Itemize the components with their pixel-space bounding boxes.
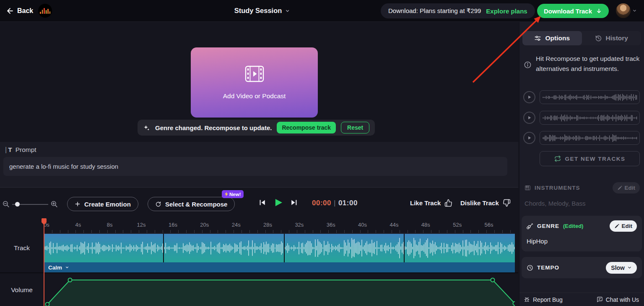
info-icon xyxy=(524,55,532,74)
tab-history-label: History xyxy=(606,34,628,42)
play-button-icon[interactable] xyxy=(273,198,283,207)
tab-history[interactable]: History xyxy=(582,31,641,45)
ruler-tick-label: 48s xyxy=(421,222,430,228)
recompose-info-text: Hit Recompose to get updated track alter… xyxy=(536,54,642,74)
track-waveform-segment[interactable] xyxy=(44,234,163,262)
instruments-icon xyxy=(525,185,531,191)
recompose-refresh-icon xyxy=(155,201,161,207)
reset-button[interactable]: Reset xyxy=(341,122,369,133)
app-logo-icon[interactable] xyxy=(38,4,52,18)
alt-track-play-button[interactable] xyxy=(523,91,535,103)
new-feature-badge: New! xyxy=(222,190,244,198)
tempo-select[interactable]: Slow xyxy=(606,262,637,274)
zoom-slider[interactable] xyxy=(12,204,48,205)
instruments-section: INSTRUMENTS Edit Chords, Melody, Bass xyxy=(525,182,640,207)
alt-track-play-button[interactable] xyxy=(523,132,535,144)
main-canvas: Add Video or Podcast Genre changed. Reco… xyxy=(0,22,518,306)
chat-with-us-label: Chat with Us xyxy=(606,296,639,303)
explore-plans-link[interactable]: Explore plans xyxy=(486,8,527,15)
alt-track-waveform[interactable] xyxy=(540,90,640,104)
step-back-icon[interactable] xyxy=(258,199,266,207)
volume-envelope-row xyxy=(44,273,515,306)
zoom-in-icon[interactable] xyxy=(50,200,58,208)
alt-track-play-button[interactable] xyxy=(523,112,535,124)
ruler-tick-label: 8s xyxy=(107,222,113,228)
user-avatar[interactable] xyxy=(616,3,631,18)
chevron-down-icon xyxy=(65,265,69,269)
prompt-label: |T Prompt xyxy=(5,146,36,154)
zoom-control xyxy=(2,200,58,208)
playback-toolbar: Create Emotion Select & Recompose New! xyxy=(0,193,518,215)
download-track-button[interactable]: Download Track xyxy=(537,4,609,18)
ruler-tick-label: 44s xyxy=(390,222,398,228)
back-label: Back xyxy=(17,7,33,15)
track-waveform-segment[interactable] xyxy=(405,234,515,262)
emotion-bar[interactable]: Calm xyxy=(44,262,515,272)
alt-track-waveform[interactable] xyxy=(540,111,640,125)
tab-options[interactable]: Options xyxy=(522,31,582,45)
chat-with-us-button[interactable]: Chat with Us xyxy=(597,296,639,303)
back-button[interactable]: Back xyxy=(6,7,33,15)
transport-controls xyxy=(258,198,298,207)
playhead-line xyxy=(44,223,44,306)
loop-icon xyxy=(554,155,561,162)
tempo-value: Slow xyxy=(611,264,625,271)
avatar-chevron-down-icon[interactable] xyxy=(632,8,637,13)
genre-edit-button[interactable]: Edit xyxy=(610,220,637,232)
select-recompose-label: Select & Recompose xyxy=(165,201,227,208)
report-bug-button[interactable]: Report Bug xyxy=(524,296,563,303)
envelope-point[interactable] xyxy=(513,302,515,306)
session-title-label: Study Session xyxy=(234,7,282,15)
step-forward-icon[interactable] xyxy=(290,199,298,207)
ruler-tick-label: 52s xyxy=(453,222,462,228)
sidebar-tabbar: Options History xyxy=(522,31,641,45)
time-separator: | xyxy=(334,199,336,207)
envelope-point[interactable] xyxy=(46,303,49,306)
text-cursor-icon: | xyxy=(5,146,7,154)
instruments-edit-button[interactable]: Edit xyxy=(613,182,640,194)
alt-track-row xyxy=(523,131,640,145)
get-new-tracks-button[interactable]: GET NEW TRACKS xyxy=(540,151,640,166)
tempo-title: TEMPO xyxy=(537,264,559,271)
ruler-minor-ticks xyxy=(44,230,515,233)
plans-text: Download: Plans starting at ₹299 xyxy=(388,7,481,15)
current-time: 00:00 xyxy=(312,199,331,207)
zoom-out-icon[interactable] xyxy=(2,200,10,208)
add-video-podcast-card[interactable]: Add Video or Podcast xyxy=(191,47,318,118)
session-title[interactable]: Study Session xyxy=(234,7,290,15)
track-waveform-segment[interactable] xyxy=(164,234,284,262)
get-new-tracks-label: GET NEW TRACKS xyxy=(565,156,626,162)
ruler-tick-label: 56s xyxy=(485,222,493,228)
add-media-label: Add Video or Podcast xyxy=(223,92,286,100)
download-arrow-icon xyxy=(596,8,602,14)
volume-row-label: Volume xyxy=(0,286,44,294)
ruler-tick-label: 20s xyxy=(200,222,209,228)
zoom-slider-knob[interactable] xyxy=(15,202,20,207)
like-track-label: Like Track xyxy=(410,199,441,207)
alt-track-row xyxy=(523,111,640,125)
prompt-input[interactable] xyxy=(3,157,507,176)
dislike-track-button[interactable]: Dislike Track xyxy=(460,199,511,207)
ruler-tick-label: 16s xyxy=(169,222,177,228)
create-emotion-label: Create Emotion xyxy=(84,201,131,208)
track-waveform-segment[interactable] xyxy=(285,234,404,262)
bug-icon xyxy=(524,296,530,303)
volume-envelope[interactable] xyxy=(44,273,515,306)
chevron-down-icon xyxy=(627,265,632,270)
dislike-track-label: Dislike Track xyxy=(460,199,499,207)
like-track-button[interactable]: Like Track xyxy=(410,199,452,207)
timeline-ruler[interactable]: 0s4s8s12s16s20s24s28s32s36s40s44s48s52s5… xyxy=(44,218,515,233)
prompt-panel: |T Prompt xyxy=(0,142,518,188)
ruler-tick-label: 4s xyxy=(75,222,81,228)
select-recompose-button[interactable]: Select & Recompose xyxy=(148,197,235,211)
topbar: Back Study Session Download: Plans start… xyxy=(0,0,644,22)
alt-track-waveform[interactable] xyxy=(540,131,640,145)
envelope-point[interactable] xyxy=(68,278,72,282)
tab-options-label: Options xyxy=(545,34,570,42)
alt-track-row xyxy=(523,90,640,104)
create-emotion-button[interactable]: Create Emotion xyxy=(67,197,138,211)
envelope-point[interactable] xyxy=(491,278,495,282)
text-cursor-icon-t: T xyxy=(8,146,12,154)
thumbs-up-icon xyxy=(444,199,452,207)
recompose-track-button[interactable]: Recompose track xyxy=(277,122,336,133)
